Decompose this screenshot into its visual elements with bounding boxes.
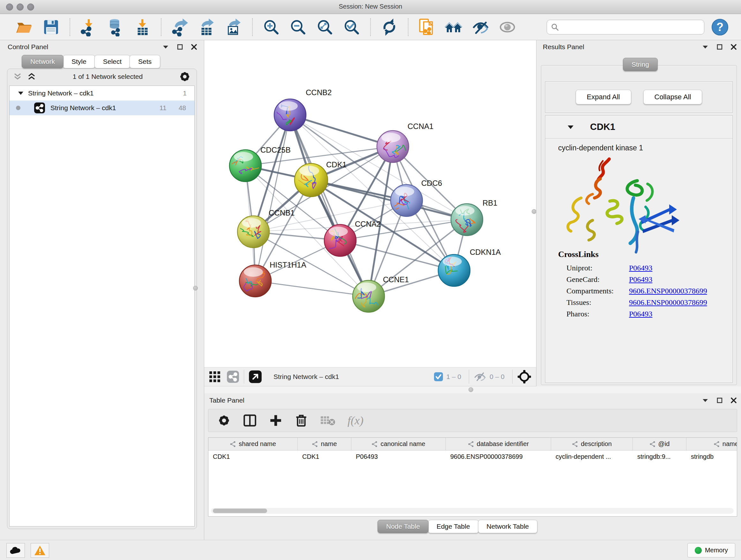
network-edge-HIST1H1A-CCNE1[interactable] — [255, 281, 368, 296]
horizontal-splitter[interactable] — [204, 386, 741, 393]
network-node-CCNA1[interactable] — [377, 131, 409, 163]
network-node-HIST1H1A[interactable] — [239, 265, 271, 297]
splitter-handle[interactable] — [468, 387, 473, 392]
column-header-name[interactable]: name — [298, 438, 351, 450]
table-cell[interactable]: stringdb:9... — [633, 450, 686, 464]
export-network-icon[interactable] — [170, 17, 190, 37]
zoom-out-icon[interactable] — [288, 17, 308, 37]
table-cell[interactable]: CDK1 — [298, 450, 351, 464]
select-columns-icon[interactable] — [243, 414, 257, 428]
tab-network-table[interactable]: Network Table — [478, 520, 538, 533]
zoom-selected-icon[interactable] — [342, 17, 361, 37]
panel-close-icon[interactable] — [191, 44, 197, 50]
crosshair-icon[interactable] — [517, 369, 532, 384]
network-node-CDKN1A[interactable] — [438, 254, 470, 287]
panel-float-icon[interactable] — [717, 44, 723, 50]
tab-style[interactable]: Style — [63, 55, 95, 68]
expand-all-button[interactable]: Expand All — [576, 90, 631, 105]
network-view-canvas[interactable]: CCNB2CCNA1CDC25BCDK1CDC6RB1CCNB1CCNA2CDK… — [204, 40, 536, 367]
network-node-CCNA2[interactable] — [324, 225, 356, 256]
column-header-@id[interactable]: @id — [633, 438, 686, 450]
network-tree-row[interactable]: String Network – cdk1 11 48 — [10, 101, 194, 115]
network-edge-CDK1-RB1[interactable] — [311, 180, 467, 220]
vertical-splitter-handle[interactable] — [532, 209, 536, 214]
add-column-icon[interactable] — [269, 414, 282, 427]
panel-menu-icon[interactable] — [162, 45, 169, 49]
import-network-database-icon[interactable] — [106, 17, 125, 37]
tab-network[interactable]: Network — [22, 55, 64, 68]
function-builder-icon[interactable]: f(x) — [347, 414, 363, 427]
open-in-new-window-icon[interactable] — [249, 370, 262, 383]
collapse-all-button[interactable]: Collapse All — [643, 90, 702, 105]
tree-expander-icon[interactable] — [18, 91, 23, 96]
show-eye-icon[interactable] — [497, 17, 517, 37]
crosslink-link[interactable]: P06493 — [629, 310, 652, 318]
entry-expander-icon[interactable] — [567, 125, 574, 130]
network-node-CCNE1[interactable] — [348, 280, 385, 312]
delete-column-icon[interactable] — [294, 414, 308, 427]
search-field[interactable] — [547, 20, 704, 35]
import-network-file-icon[interactable] — [79, 17, 98, 37]
import-table-file-icon[interactable] — [132, 17, 152, 37]
network-edge-CCNB2-HIST1H1A[interactable] — [255, 115, 290, 281]
zoom-in-icon[interactable] — [261, 17, 281, 37]
tab-string[interactable]: String — [623, 58, 658, 71]
scrollbar-thumb[interactable] — [213, 509, 267, 513]
panel-float-icon[interactable] — [717, 397, 723, 403]
panel-float-icon[interactable] — [177, 44, 183, 50]
panel-menu-icon[interactable] — [702, 45, 709, 49]
vertical-splitter-handle[interactable] — [193, 286, 198, 291]
gear-icon[interactable] — [179, 71, 191, 83]
network-node-CDC25B[interactable] — [225, 150, 262, 182]
cloud-button[interactable] — [6, 543, 25, 558]
network-node-CCNB2[interactable] — [274, 99, 306, 131]
warning-button[interactable] — [30, 543, 49, 558]
panel-menu-icon[interactable] — [702, 398, 709, 402]
export-table-icon[interactable] — [197, 17, 217, 37]
network-tree-root-row[interactable]: String Network – cdk1 1 — [10, 86, 194, 101]
network-view-icon[interactable] — [226, 370, 239, 383]
table-row[interactable]: CDK1CDK1P064939606.ENSP00000378699cyclin… — [208, 450, 737, 464]
tab-sets[interactable]: Sets — [130, 55, 160, 68]
open-session-icon[interactable] — [14, 17, 34, 37]
table-cell[interactable]: CDK1 — [208, 450, 298, 464]
table-cell[interactable]: cyclin-dependent ... — [551, 450, 633, 464]
save-session-icon[interactable] — [41, 17, 61, 37]
crosslink-link[interactable]: P06493 — [629, 264, 652, 272]
string-home-icon[interactable] — [444, 17, 464, 37]
column-header-shared-name[interactable]: shared name — [208, 438, 298, 450]
network-node-RB1[interactable] — [451, 204, 483, 236]
hidden-eye-slash-icon[interactable] — [474, 372, 486, 382]
network-node-CCNB1[interactable] — [238, 216, 269, 248]
column-header-database-identifier[interactable]: database identifier — [446, 438, 551, 450]
column-header-description[interactable]: description — [551, 438, 633, 450]
collapse-all-icon[interactable] — [13, 73, 23, 80]
refresh-layout-icon[interactable] — [380, 17, 399, 37]
zoom-fit-icon[interactable] — [315, 17, 335, 37]
column-header-namespace[interactable]: namespace — [686, 438, 737, 450]
tab-edge-table[interactable]: Edge Table — [428, 520, 479, 533]
panel-close-icon[interactable] — [731, 44, 737, 50]
search-input[interactable] — [562, 23, 700, 30]
tab-node-table[interactable]: Node Table — [378, 520, 428, 533]
table-cell[interactable]: stringdb — [686, 450, 737, 464]
grid-view-icon[interactable] — [209, 371, 221, 383]
table-h-scrollbar[interactable] — [211, 508, 734, 514]
network-from-document-icon[interactable] — [417, 17, 437, 37]
table-cell[interactable]: 9606.ENSP00000378699 — [446, 450, 551, 464]
selected-checkbox-icon[interactable] — [434, 372, 443, 381]
hide-selected-eye-slash-icon[interactable] — [471, 17, 490, 37]
network-node-CDK1[interactable] — [294, 164, 328, 197]
expand-all-icon[interactable] — [27, 73, 37, 80]
table-cell[interactable]: P06493 — [351, 450, 446, 464]
panel-close-icon[interactable] — [731, 397, 737, 403]
tab-select[interactable]: Select — [94, 55, 130, 68]
column-header-canonical-name[interactable]: canonical name — [351, 438, 446, 450]
delete-table-icon[interactable] — [320, 415, 335, 427]
memory-button[interactable]: Memory — [687, 543, 735, 557]
table-gear-icon[interactable] — [217, 414, 231, 427]
help-icon[interactable]: ? — [710, 17, 730, 37]
node-entry-header[interactable]: CDK1 — [545, 116, 732, 138]
crosslink-link[interactable]: 9606.ENSP00000378699 — [629, 298, 707, 307]
network-node-CDC6[interactable] — [391, 185, 422, 216]
